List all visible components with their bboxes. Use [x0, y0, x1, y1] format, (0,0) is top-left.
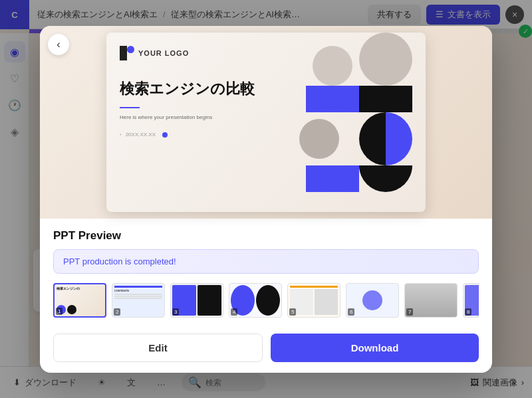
- status-banner: PPT production is completed!: [53, 249, 479, 274]
- thumbnail-num-6: 6: [348, 308, 354, 316]
- thumbnail-num-7: 7: [406, 308, 413, 316]
- slide-date: 20XX.XX.XX: [126, 132, 156, 138]
- shape-gray-circle-2: [313, 46, 352, 86]
- slide-dot: [162, 132, 168, 138]
- thumbnail-3[interactable]: 3: [170, 283, 223, 318]
- thumbnails-container[interactable]: 検索エンジンの 1 CONTENTS: [53, 283, 479, 323]
- thumbnail-num-8: 8: [465, 308, 471, 316]
- shape-black-left-half: [359, 112, 386, 165]
- thumbnail-6[interactable]: 6: [346, 283, 399, 318]
- shape-blue-right-half: [386, 112, 412, 165]
- thumbnail-2[interactable]: CONTENTS 2: [112, 283, 165, 318]
- thumbnail-4[interactable]: 4: [229, 283, 282, 318]
- svg-rect-2: [120, 46, 127, 60]
- shape-black-half-1: [359, 86, 412, 112]
- thumbnail-7[interactable]: 7: [404, 283, 458, 318]
- modal-bottom: PPT Preview PPT production is completed!…: [40, 219, 492, 373]
- back-button[interactable]: ‹: [48, 34, 69, 55]
- thumbnail-5[interactable]: 5: [287, 283, 340, 318]
- shape-blue-half-2: [306, 165, 359, 192]
- thumbnail-num-1: 1: [56, 308, 63, 315]
- thumbnail-8[interactable]: 8: [463, 283, 479, 318]
- thumbnail-num-2: 2: [114, 308, 120, 316]
- svg-rect-3: [127, 46, 134, 53]
- logo-text: YOUR LOGO: [138, 49, 189, 57]
- shape-black-half-2: [359, 165, 412, 192]
- thumbnail-num-3: 3: [172, 308, 179, 316]
- logo-mark: [120, 46, 134, 60]
- shape-blue-half-1: [306, 86, 359, 112]
- thumbnail-num-4: 4: [231, 308, 237, 316]
- shape-gray-circle-3: [299, 119, 339, 159]
- slide-preview-area: ‹ YOUR LOGO 検索エンジンの比較: [40, 26, 492, 219]
- edit-button[interactable]: Edit: [53, 334, 263, 362]
- slide-underline: [120, 107, 140, 108]
- thumbnail-num-5: 5: [289, 308, 296, 316]
- thumbnail-1[interactable]: 検索エンジンの 1: [53, 283, 106, 318]
- shape-gray-circle-1: [359, 33, 412, 86]
- modal-overlay: ‹ YOUR LOGO 検索エンジンの比較: [0, 0, 532, 398]
- ppt-preview-modal: ‹ YOUR LOGO 検索エンジンの比較: [40, 26, 492, 373]
- slide-geometric-shapes: [279, 33, 426, 212]
- modal-title: PPT Preview: [53, 229, 121, 243]
- action-buttons: Edit Download: [53, 334, 479, 362]
- modal-title-row: PPT Preview: [53, 229, 479, 243]
- slide-date-icon: ›: [120, 132, 122, 138]
- download-button[interactable]: Download: [271, 334, 479, 362]
- slide-content: YOUR LOGO 検索エンジンの比較 Here is where your p…: [106, 33, 426, 212]
